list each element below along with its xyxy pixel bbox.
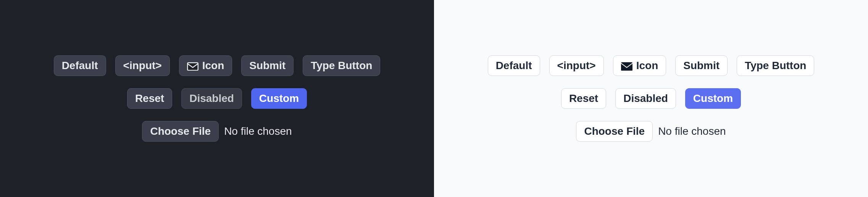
disabled-button: Disabled [181, 88, 242, 109]
button-row-1: Default <input> Icon Submit Type Button [54, 55, 381, 76]
disabled-button: Disabled [615, 88, 676, 109]
button-row-2: Reset Disabled Custom [127, 88, 307, 109]
type-button[interactable]: Type Button [303, 55, 380, 76]
file-status-text: No file chosen [224, 125, 292, 137]
svg-rect-0 [187, 63, 198, 70]
default-button[interactable]: Default [488, 55, 540, 76]
button-row-2: Reset Disabled Custom [561, 88, 741, 109]
light-theme-panel: Default <input> Icon Submit Type Button … [434, 0, 868, 197]
reset-button[interactable]: Reset [561, 88, 606, 109]
custom-button[interactable]: Custom [685, 88, 741, 109]
choose-file-button[interactable]: Choose File [576, 121, 653, 142]
reset-button[interactable]: Reset [127, 88, 172, 109]
dark-theme-panel: Default <input> Icon Submit Type Button … [0, 0, 434, 197]
file-input-row: Choose File No file chosen [576, 121, 726, 142]
mail-icon [187, 61, 198, 70]
mail-icon [621, 61, 632, 70]
submit-button[interactable]: Submit [675, 55, 728, 76]
icon-button[interactable]: Icon [179, 55, 232, 76]
svg-rect-1 [621, 62, 632, 71]
custom-button[interactable]: Custom [251, 88, 307, 109]
button-row-1: Default <input> Icon Submit Type Button [488, 55, 815, 76]
input-button[interactable]: <input> [549, 55, 604, 76]
icon-button[interactable]: Icon [613, 55, 666, 76]
type-button[interactable]: Type Button [737, 55, 814, 76]
submit-button[interactable]: Submit [241, 55, 294, 76]
choose-file-button[interactable]: Choose File [142, 121, 219, 142]
input-button[interactable]: <input> [115, 55, 170, 76]
file-status-text: No file chosen [658, 125, 726, 137]
file-input-row: Choose File No file chosen [142, 121, 292, 142]
default-button[interactable]: Default [54, 55, 106, 76]
icon-button-label: Icon [202, 60, 224, 72]
icon-button-label: Icon [636, 60, 658, 72]
